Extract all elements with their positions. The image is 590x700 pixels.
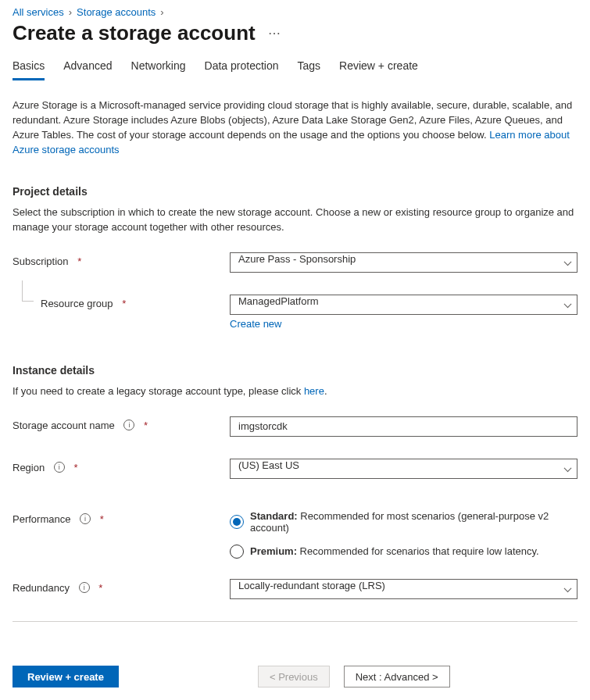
region-label: Region i *	[13, 459, 230, 473]
performance-radio-group: Standard: Recommended for most scenarios…	[230, 510, 577, 559]
previous-button: < Previous	[258, 666, 330, 688]
review-create-button[interactable]: Review + create	[13, 666, 119, 688]
redundancy-label: Redundancy i *	[13, 579, 230, 594]
tabs: Basics Advanced Networking Data protecti…	[13, 59, 577, 80]
chevron-right-icon: ›	[160, 6, 163, 18]
tab-data-protection[interactable]: Data protection	[205, 59, 279, 80]
tab-review-create[interactable]: Review + create	[339, 59, 418, 80]
next-button[interactable]: Next : Advanced >	[344, 666, 450, 688]
storage-name-input[interactable]	[230, 416, 577, 437]
tab-networking[interactable]: Networking	[131, 59, 186, 80]
subscription-select[interactable]: Azure Pass - Sponsorship	[230, 252, 577, 273]
resource-group-label: Resource group *	[13, 295, 230, 309]
resource-group-select[interactable]: ManagedPlatform	[230, 295, 577, 315]
title-row: Create a storage account ⋯	[13, 21, 577, 45]
region-select[interactable]: (US) East US	[230, 459, 577, 479]
chevron-right-icon: ›	[69, 6, 72, 18]
project-details-desc: Select the subscription in which to crea…	[13, 205, 577, 235]
storage-name-label: Storage account name i *	[13, 416, 230, 431]
redundancy-select[interactable]: Locally-redundant storage (LRS)	[230, 579, 577, 599]
instance-details-desc: If you need to create a legacy storage a…	[13, 384, 577, 399]
info-icon[interactable]: i	[54, 462, 65, 473]
radio-unselected-icon	[230, 545, 244, 559]
info-icon[interactable]: i	[123, 420, 134, 430]
performance-standard-option[interactable]: Standard: Recommended for most scenarios…	[230, 510, 577, 534]
legacy-link[interactable]: here	[304, 385, 324, 397]
instance-details-heading: Instance details	[13, 364, 577, 377]
breadcrumb-all-services[interactable]: All services	[13, 6, 64, 18]
intro-text: Azure Storage is a Microsoft-managed ser…	[13, 98, 577, 157]
radio-selected-icon	[230, 515, 244, 529]
performance-premium-option[interactable]: Premium: Recommended for scenarios that …	[230, 545, 577, 559]
intro-body: Azure Storage is a Microsoft-managed ser…	[13, 99, 572, 141]
breadcrumb-storage-accounts[interactable]: Storage accounts	[77, 6, 156, 18]
more-icon[interactable]: ⋯	[268, 26, 281, 41]
breadcrumb: All services › Storage accounts ›	[13, 6, 577, 18]
project-details-heading: Project details	[13, 185, 577, 198]
footer-bar: Review + create < Previous Next : Advanc…	[13, 666, 577, 688]
performance-label: Performance i *	[13, 510, 230, 525]
tab-tags[interactable]: Tags	[298, 59, 321, 80]
subscription-label: Subscription *	[13, 252, 230, 267]
info-icon[interactable]: i	[80, 513, 91, 524]
tab-basics[interactable]: Basics	[13, 59, 45, 80]
info-icon[interactable]: i	[79, 582, 90, 593]
footer-divider	[13, 621, 577, 622]
create-new-rg-link[interactable]: Create new	[230, 318, 281, 330]
page-title: Create a storage account	[13, 21, 256, 45]
tab-advanced[interactable]: Advanced	[63, 59, 112, 80]
